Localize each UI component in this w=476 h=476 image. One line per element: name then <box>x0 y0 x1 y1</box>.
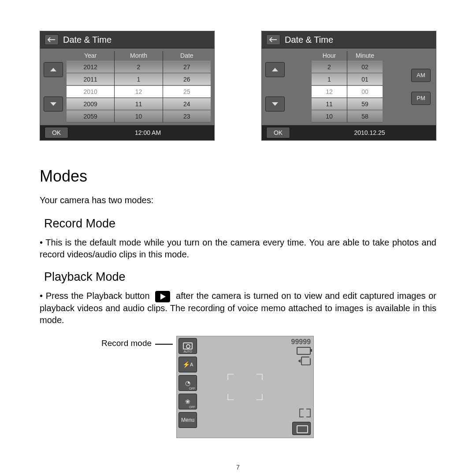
col-year: Year <box>67 51 114 61</box>
heading-record-mode: Record Mode <box>44 217 436 231</box>
arrow-down-button[interactable] <box>265 97 285 112</box>
back-icon[interactable] <box>266 34 280 45</box>
record-mode-label: Record mode <box>101 336 152 348</box>
arrow-up-button[interactable] <box>44 62 63 77</box>
footer-time[interactable]: 12:00 AM <box>86 129 210 136</box>
hour-wheel[interactable]: Hour 2 1 12 11 10 <box>312 51 347 123</box>
col-month: Month <box>115 51 162 61</box>
callout-line <box>155 344 173 345</box>
footer-date[interactable]: 2010.12.25 <box>308 129 431 136</box>
playback-icon <box>155 291 170 302</box>
col-date: Date <box>163 51 211 61</box>
screen-title: Date & Time <box>63 35 112 45</box>
heading-modes: Modes <box>40 167 436 186</box>
pm-button[interactable]: PM <box>411 92 431 105</box>
flash-auto-icon[interactable]: A <box>178 357 197 372</box>
self-timer-off-icon[interactable]: OFF <box>178 375 197 391</box>
storage-icon <box>301 357 311 365</box>
am-button[interactable]: AM <box>411 69 431 82</box>
heading-playback-mode: Playback Mode <box>44 270 436 284</box>
shots-counter: 99999 <box>291 338 311 346</box>
camera-auto-icon[interactable]: AUTO <box>178 338 197 354</box>
record-mode-paragraph: This is the default mode while you turn … <box>40 237 436 260</box>
date-wheel[interactable]: Date 27 26 25 24 23 <box>163 51 211 123</box>
focus-brackets-icon <box>227 374 263 400</box>
ok-button[interactable]: OK <box>266 127 290 138</box>
playback-mode-paragraph: Press the Playback button after the came… <box>40 290 436 326</box>
col-hour: Hour <box>312 51 347 61</box>
menu-button[interactable]: Menu <box>178 412 197 428</box>
year-wheel[interactable]: Year 2012 2011 2010 2009 2059 <box>67 51 114 123</box>
page-number: 7 <box>0 464 476 471</box>
col-minute: Minute <box>347 51 383 61</box>
screen-title: Date & Time <box>285 35 333 45</box>
af-area-icon[interactable] <box>299 409 311 417</box>
macro-off-icon[interactable]: OFF <box>178 394 197 409</box>
date-time-date-screen: Date & Time Year 2012 201 <box>40 31 215 141</box>
battery-icon <box>297 347 311 355</box>
arrow-up-button[interactable] <box>265 62 285 77</box>
record-mode-preview: AUTO A OFF OFF Menu 99999 <box>176 336 314 438</box>
month-wheel[interactable]: Month 2 1 12 11 10 <box>114 51 162 123</box>
display-toggle-button[interactable] <box>292 422 311 435</box>
ok-button[interactable]: OK <box>45 127 68 138</box>
arrow-down-button[interactable] <box>44 97 63 112</box>
back-icon[interactable] <box>45 34 59 45</box>
date-time-hour-screen: Date & Time Hour 2 1 <box>261 31 436 141</box>
intro-text: Your camera has two modes: <box>40 195 436 205</box>
minute-wheel[interactable]: Minute 02 01 00 59 58 <box>347 51 383 123</box>
